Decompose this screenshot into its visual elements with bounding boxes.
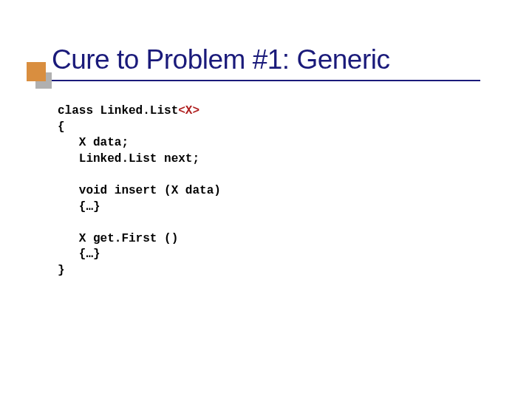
code-line-10: {…} bbox=[58, 248, 100, 261]
code-line-7: {…} bbox=[58, 200, 100, 214]
code-line-6: void insert (X data) bbox=[58, 184, 221, 197]
page-title: Cure to Problem #1: Generic bbox=[52, 44, 480, 75]
code-block: class Linked.List<X> { X data; Linked.Li… bbox=[58, 103, 480, 279]
code-line-4: Linked.List next; bbox=[58, 152, 200, 166]
code-line-11: } bbox=[58, 264, 65, 277]
slide: Cure to Problem #1: Generic class Linked… bbox=[0, 0, 532, 399]
code-line-3: X data; bbox=[58, 136, 129, 149]
code-line-1a: class Linked.List bbox=[58, 104, 178, 117]
title-decoration bbox=[27, 62, 53, 89]
title-section: Cure to Problem #1: Generic bbox=[52, 44, 480, 81]
deco-square-orange bbox=[27, 62, 46, 81]
code-line-9: X get.First () bbox=[58, 232, 178, 245]
code-line-2: { bbox=[58, 120, 65, 134]
code-generic-param: <X> bbox=[178, 104, 200, 117]
title-underline bbox=[52, 80, 480, 81]
